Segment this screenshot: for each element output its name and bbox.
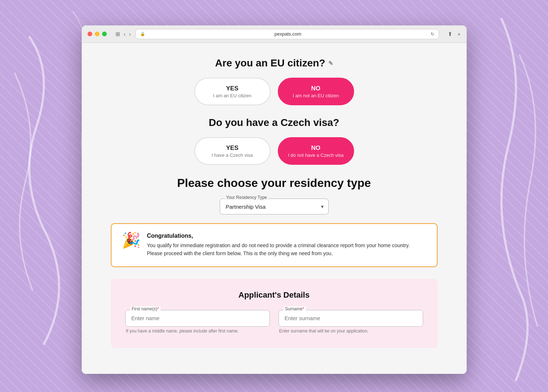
name-form-row: First name(s)* If you have a middle name… <box>125 310 423 334</box>
eu-citizen-title: Are you an EU citizen? ✎ <box>111 57 438 69</box>
czech-visa-no-button[interactable]: NO I do not have a Czech visa <box>278 137 354 165</box>
congratulations-text: Congratulations, You qualify for immedia… <box>147 233 427 258</box>
first-name-input[interactable] <box>125 310 270 327</box>
eu-citizen-no-button[interactable]: NO I am not an EU citizen <box>278 78 354 105</box>
surname-required-star: * <box>303 306 304 311</box>
traffic-lights <box>88 32 107 36</box>
congratulations-title: Congratulations, <box>147 233 427 239</box>
page-content: Are you an EU citizen? ✎ YES I am an EU … <box>82 43 467 374</box>
surname-label: Surname* <box>284 306 306 311</box>
surname-input[interactable] <box>279 310 423 327</box>
new-tab-icon[interactable]: + <box>458 31 461 37</box>
first-name-hint: If you have a middle name, please includ… <box>125 328 270 334</box>
forward-icon[interactable]: › <box>129 31 131 37</box>
applicant-details-title: Applicant's Details <box>125 290 423 300</box>
czech-visa-title: Do you have a Czech visa? <box>111 117 438 128</box>
first-name-required-star: * <box>157 306 159 311</box>
sidebar-toggle-icon[interactable]: ⊞ <box>115 31 120 37</box>
residency-select-wrapper: Your Residency Type Partnership Visa Lon… <box>220 199 329 215</box>
minimize-button[interactable] <box>95 32 100 36</box>
surname-hint: Enter surname that will be on your appli… <box>279 328 423 334</box>
residency-select-label: Your Residency Type <box>225 195 269 200</box>
congratulations-box: 🎉 Congratulations, You qualify for immed… <box>111 223 438 267</box>
congratulations-body: You qualify for immediate registration a… <box>147 241 427 258</box>
first-name-label: First name(s)* <box>130 306 161 311</box>
residency-title: Please choose your residency type <box>111 176 438 190</box>
residency-type-select[interactable]: Partnership Visa Long-term Visa Temporar… <box>220 199 329 215</box>
eu-citizen-edit-icon[interactable]: ✎ <box>328 60 333 67</box>
czech-visa-section: Do you have a Czech visa? YES I have a C… <box>111 117 438 165</box>
close-button[interactable] <box>88 32 92 36</box>
address-bar[interactable]: 🔒 pexpats.com ↻ <box>135 29 439 39</box>
czech-visa-yes-button[interactable]: YES I have a Czech visa <box>194 137 271 165</box>
first-name-group: First name(s)* If you have a middle name… <box>125 310 270 334</box>
eu-citizen-yes-button[interactable]: YES I am an EU citizen <box>194 78 271 105</box>
surname-group: Surname* Enter surname that will be on y… <box>279 310 423 334</box>
reload-icon[interactable]: ↻ <box>431 32 434 37</box>
url-text: pexpats.com <box>147 31 429 37</box>
share-icon[interactable]: ⬆ <box>448 31 452 37</box>
lock-icon: 🔒 <box>140 32 145 36</box>
party-popper-icon: 🎉 <box>122 233 141 248</box>
maximize-button[interactable] <box>102 32 107 36</box>
browser-nav: ⊞ ‹ › <box>115 31 131 37</box>
back-icon[interactable]: ‹ <box>124 31 126 37</box>
applicant-details-section: Applicant's Details First name(s)* If yo… <box>111 279 438 348</box>
browser-chrome: ⊞ ‹ › 🔒 pexpats.com ↻ ⬆ + <box>82 25 467 43</box>
browser-window: ⊞ ‹ › 🔒 pexpats.com ↻ ⬆ + Are you an EU … <box>82 25 467 374</box>
browser-toolbar-right: ⬆ + <box>448 31 461 37</box>
czech-visa-choices: YES I have a Czech visa NO I do not have… <box>111 137 438 165</box>
eu-citizen-section: Are you an EU citizen? ✎ YES I am an EU … <box>111 57 438 105</box>
residency-section: Please choose your residency type Your R… <box>111 176 438 215</box>
eu-citizen-choices: YES I am an EU citizen NO I am not an EU… <box>111 78 438 105</box>
